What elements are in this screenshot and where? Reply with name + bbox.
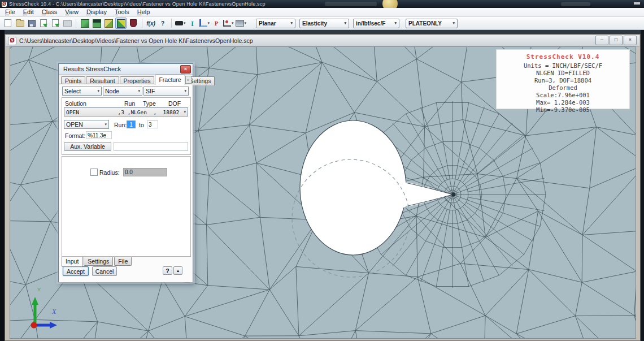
mesh-view-button[interactable] — [92, 18, 102, 28]
column-type: Type — [143, 100, 156, 107]
results-legend: StressCheck V10.4 Units = INCH/LBF/SEC/F… — [496, 49, 630, 109]
restore-button[interactable]: □ — [610, 36, 623, 45]
legend-line: Scale:7.96e+001 — [497, 92, 629, 99]
shield-button[interactable] — [128, 18, 138, 28]
dialog-title-bar[interactable]: Results StressCheck × — [59, 64, 193, 75]
menu-help[interactable]: Help — [133, 8, 154, 16]
function-combo[interactable]: SIF▾ — [143, 87, 189, 96]
format-field[interactable]: %11.3e — [86, 131, 112, 139]
dialog-title: Results StressCheck — [63, 66, 121, 72]
menu-edit[interactable]: Edit — [19, 8, 38, 16]
print-button[interactable] — [62, 18, 72, 28]
accept-button[interactable]: Accept — [63, 266, 89, 276]
aux-variable-field[interactable] — [114, 142, 188, 151]
radius-label: Radius: — [99, 169, 120, 176]
whats-this-button[interactable]: ? — [163, 266, 172, 275]
desktop-strip — [641, 30, 644, 341]
save-icon — [28, 20, 36, 27]
dialog-bottom-tabs: InputSettingsFile — [62, 256, 133, 267]
shield-icon — [130, 19, 137, 27]
minimize-button[interactable]: – — [595, 36, 608, 45]
overlay-minimize-icon[interactable] — [634, 2, 640, 5]
app-title: StressCheck 10.4 - C:\Users\blancaster\D… — [9, 1, 266, 7]
chevron-down-icon: ▾ — [453, 21, 455, 25]
toolbar: f(x) ? ▾ I ▾ P ▾ ▾ Planar▾ Elasticity▾ i… — [0, 17, 644, 30]
corner-dropdown[interactable]: ▾ — [199, 18, 210, 28]
beam-dropdown[interactable]: I — [188, 18, 198, 28]
radius-checkbox[interactable] — [90, 169, 98, 176]
run-end-field[interactable]: 3 — [147, 120, 158, 128]
close-button[interactable]: × — [624, 36, 637, 45]
active-view-button[interactable] — [115, 18, 127, 29]
stamp-dropdown[interactable]: ▾ — [236, 18, 247, 28]
cancel-button[interactable]: Cancel — [92, 266, 117, 276]
tab-settings-bottom[interactable]: Settings — [84, 257, 113, 266]
document-title-bar[interactable]: Ø C:\Users\blancaster\Desktop\Videos\Fas… — [6, 35, 639, 47]
app-title-bar[interactable]: Ø StressCheck 10.4 - C:\Users\blancaster… — [0, 0, 644, 8]
legend-line: Max= 1.284e-003 — [497, 99, 629, 106]
chevron-down-icon: ▾ — [97, 89, 99, 93]
entity-combo[interactable]: Node▾ — [103, 87, 142, 96]
model-view-button[interactable] — [80, 18, 90, 28]
chevron-down-icon: ▾ — [208, 21, 210, 25]
save-button[interactable] — [27, 18, 37, 28]
menu-view[interactable]: View — [61, 8, 82, 16]
chevron-down-icon: ▾ — [345, 21, 347, 25]
window-controls: – □ × — [594, 36, 637, 45]
chevron-down-icon: ▾ — [232, 21, 234, 25]
tab-file[interactable]: File — [114, 257, 132, 266]
collapse-button[interactable]: ▴ — [173, 266, 182, 275]
x-axis-arrowhead — [50, 322, 57, 329]
export-button[interactable] — [50, 18, 60, 28]
origin-dot — [31, 322, 37, 329]
material-dropdown[interactable]: ▾ — [175, 18, 186, 28]
tab-input[interactable]: Input — [62, 257, 82, 267]
chevron-down-icon: ▾ — [184, 110, 186, 114]
menu-class[interactable]: Class — [38, 8, 62, 16]
column-solution: Solution — [65, 100, 86, 107]
legend-line: NLGEN ID=FILLED — [497, 70, 629, 77]
analysis-type-combo[interactable]: Elasticity▾ — [299, 19, 349, 28]
model-cube-icon — [81, 19, 89, 28]
results-dialog: Results StressCheck × PointsResultantPro… — [58, 63, 193, 282]
help-icon: ? — [161, 20, 164, 27]
chevron-down-icon: ▾ — [184, 89, 186, 93]
legend-line: Run=3, DOF=18804 — [497, 77, 629, 84]
legend-line: Units = INCH/LBF/SEC/F — [497, 62, 629, 70]
points-button[interactable]: P — [211, 18, 221, 28]
y-axis-arrowhead — [32, 297, 38, 305]
chevron-down-icon: ▾ — [395, 21, 397, 25]
function-button[interactable]: f(x) — [146, 18, 156, 28]
model-combo[interactable]: PLATEONLY▾ — [406, 19, 458, 28]
overlay-smudge — [325, 2, 377, 6]
run-start-field[interactable]: 1 — [127, 120, 136, 128]
toolbar-separator — [76, 19, 76, 28]
plot-dropdown[interactable]: ▾ — [223, 18, 234, 28]
material-icon — [175, 21, 183, 25]
help-button[interactable]: ? — [158, 18, 168, 28]
to-label: to — [139, 122, 144, 128]
tab-fracture[interactable]: Fracture — [155, 75, 185, 85]
legend-title: StressCheck V10.4 — [497, 53, 629, 61]
radius-field[interactable]: 0.0 — [123, 168, 167, 176]
legend-line: Min=-9.370e-005 — [497, 106, 629, 114]
print-icon — [63, 20, 72, 27]
open-file-button[interactable] — [15, 18, 25, 28]
menu-bar: File Edit Class View Display Tools Help — [0, 8, 644, 17]
extract-combo[interactable]: Select▾ — [62, 87, 102, 96]
menu-file[interactable]: File — [1, 8, 19, 16]
import-button[interactable] — [38, 18, 49, 28]
units-combo[interactable]: in/lbf/sec/F▾ — [353, 19, 399, 28]
tab-scroll-right-icon[interactable]: ▸ — [185, 76, 192, 84]
reference-combo[interactable]: Planar▾ — [256, 19, 295, 28]
menu-tools[interactable]: Tools — [111, 8, 133, 16]
solution-select[interactable]: OPEN ,3 ,NLGen , 18802 ▾ — [64, 107, 188, 116]
aux-variable-button[interactable]: Aux. Variable — [64, 142, 111, 151]
solution-name-combo[interactable]: OPEN▾ — [64, 120, 109, 129]
results-view-button[interactable] — [103, 18, 114, 28]
dialog-close-button[interactable]: × — [180, 65, 191, 74]
menu-display[interactable]: Display — [82, 8, 111, 16]
toolbar-separator — [171, 19, 172, 28]
coordinate-triad: X Y — [23, 286, 65, 335]
new-file-button[interactable] — [3, 18, 13, 28]
